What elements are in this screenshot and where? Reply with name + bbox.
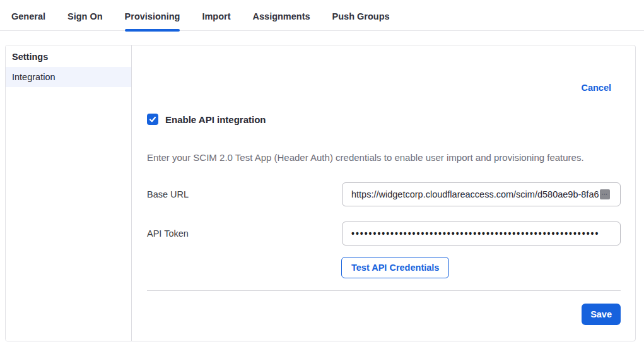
enable-api-integration-checkbox[interactable] [147,114,158,125]
base-url-input[interactable]: https://widgetcorp.cloudflareaccess.com/… [342,182,621,206]
save-button[interactable]: Save [582,304,621,325]
enable-api-integration-label: Enable API integration [165,114,266,125]
base-url-field-row: Base URL https://widgetcorp.cloudflareac… [147,182,621,206]
provisioning-panel: Settings Integration Cancel Enable API i… [5,45,636,341]
api-token-input[interactable]: ••••••••••••••••••••••••••••••••••••••••… [342,222,621,245]
api-token-masked-value: ••••••••••••••••••••••••••••••••••••••••… [351,228,599,239]
tab-sign-on[interactable]: Sign On [67,11,103,30]
api-token-field-row: API Token ••••••••••••••••••••••••••••••… [147,222,621,245]
base-url-label: Base URL [147,189,342,199]
text-overflow-marker-icon: ⋯ [600,189,610,199]
tab-push-groups[interactable]: Push Groups [332,11,390,30]
tab-general[interactable]: General [11,11,45,30]
test-credentials-row: Test API Credentials [147,257,621,278]
tab-import[interactable]: Import [202,11,230,30]
checkmark-icon [149,115,156,123]
tab-assignments[interactable]: Assignments [253,11,310,30]
test-api-credentials-button[interactable]: Test API Credentials [341,257,449,278]
base-url-value: https://widgetcorp.cloudflareaccess.com/… [351,189,599,199]
tab-bar: General Sign On Provisioning Import Assi… [0,0,644,31]
footer-divider [147,290,621,291]
sidebar-heading: Settings [6,45,131,67]
save-row: Save [147,304,621,325]
api-token-label: API Token [147,228,342,239]
cancel-row: Cancel [147,45,621,93]
sidebar-item-integration[interactable]: Integration [6,67,131,87]
cancel-link[interactable]: Cancel [581,83,611,93]
tab-provisioning[interactable]: Provisioning [125,11,180,30]
credentials-description: Enter your SCIM 2.0 Test App (Header Aut… [147,152,621,163]
integration-settings-form: Cancel Enable API integration Enter your… [132,45,636,341]
enable-api-integration-row: Enable API integration [147,114,621,125]
settings-sidebar: Settings Integration [6,45,132,341]
